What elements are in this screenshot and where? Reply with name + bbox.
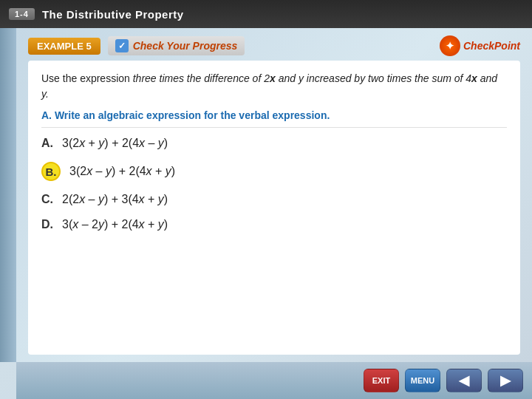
- example-header: EXAMPLE 5 ✓ Check Your Progress ✦ CheckP…: [16, 28, 532, 61]
- answer-row-b[interactable]: B. 3(2x – y) + 2(4x + y): [41, 156, 507, 187]
- sub-question: A. Write an algebraic expression for the…: [41, 109, 507, 121]
- next-button[interactable]: ▶: [488, 369, 523, 392]
- check-your-progress-label: Check Your Progress: [133, 40, 238, 52]
- checkpoint-icon: ✦: [440, 35, 460, 56]
- check-icon: ✓: [115, 39, 129, 52]
- exit-button[interactable]: EXIT: [364, 369, 399, 392]
- side-decoration: [0, 28, 16, 362]
- problem-text: Use the expression three times the diffe…: [41, 71, 507, 102]
- answer-expr-d: 3(x – 2y) + 2(4x + y): [62, 218, 168, 231]
- checkpoint-logo: ✦ CheckPoint: [440, 35, 520, 56]
- answer-row-c[interactable]: C. 2(2x – y) + 3(4x + y): [41, 187, 507, 212]
- top-bar: 1-4 The Distributive Property: [0, 0, 532, 28]
- content-card: Use the expression three times the diffe…: [28, 61, 520, 355]
- checkpoint-label: CheckPoint: [463, 40, 520, 52]
- example-badge: EXAMPLE 5: [28, 38, 100, 55]
- divider-1: [41, 127, 507, 128]
- answer-expr-c: 2(2x – y) + 3(4x + y): [62, 193, 168, 206]
- menu-button[interactable]: MENU: [405, 369, 440, 392]
- answer-row-d[interactable]: D. 3(x – 2y) + 2(4x + y): [41, 212, 507, 237]
- answer-letter-c: C.: [41, 193, 62, 206]
- main-content: EXAMPLE 5 ✓ Check Your Progress ✦ CheckP…: [16, 28, 532, 362]
- answer-row-a[interactable]: A. 3(2x + y) + 2(4x – y): [41, 131, 507, 156]
- answer-expr-a: 3(2x + y) + 2(4x – y): [62, 137, 168, 150]
- bottom-bar: EXIT MENU ◀ ▶: [16, 362, 532, 399]
- answer-expr-b: 3(2x – y) + 2(4x + y): [69, 165, 175, 178]
- answer-letter-a: A.: [41, 137, 62, 150]
- answer-letter-d: D.: [41, 218, 62, 231]
- answer-letter-b-correct: B.: [41, 162, 61, 181]
- lesson-badge: 1-4: [9, 8, 35, 20]
- prev-button[interactable]: ◀: [446, 369, 482, 392]
- page-title: The Distributive Property: [42, 8, 184, 21]
- check-your-progress-badge: ✓ Check Your Progress: [108, 36, 245, 55]
